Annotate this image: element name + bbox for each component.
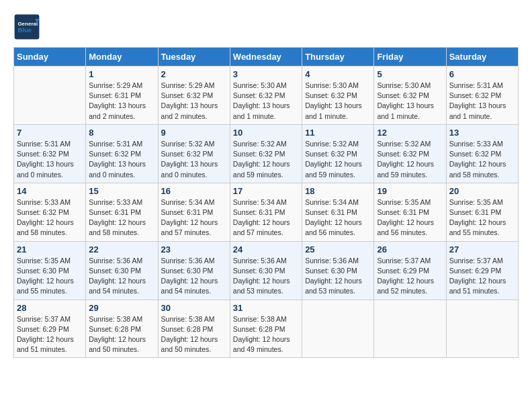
day-info: Sunrise: 5:32 AMSunset: 6:32 PMDaylight:…	[161, 139, 227, 180]
day-number: 22	[89, 244, 154, 255]
day-info: Sunrise: 5:38 AMSunset: 6:28 PMDaylight:…	[233, 314, 299, 355]
day-number: 19	[377, 186, 443, 196]
day-number: 3	[233, 69, 299, 79]
calendar-cell: 3Sunrise: 5:30 AMSunset: 6:32 PMDaylight…	[230, 66, 302, 125]
calendar-cell: 24Sunrise: 5:36 AMSunset: 6:30 PMDayligh…	[230, 241, 302, 300]
weekday-header-tuesday: Tuesday	[158, 48, 230, 66]
calendar-table: SundayMondayTuesdayWednesdayThursdayFrid…	[13, 47, 519, 358]
calendar-cell: 6Sunrise: 5:31 AMSunset: 6:32 PMDaylight…	[446, 66, 518, 125]
calendar-cell: 26Sunrise: 5:37 AMSunset: 6:29 PMDayligh…	[374, 241, 446, 300]
day-info: Sunrise: 5:30 AMSunset: 6:32 PMDaylight:…	[377, 81, 443, 122]
day-info: Sunrise: 5:36 AMSunset: 6:30 PMDaylight:…	[89, 256, 154, 297]
day-info: Sunrise: 5:32 AMSunset: 6:32 PMDaylight:…	[233, 139, 299, 180]
calendar-week-row: 28Sunrise: 5:37 AMSunset: 6:29 PMDayligh…	[14, 300, 519, 358]
calendar-cell: 5Sunrise: 5:30 AMSunset: 6:32 PMDaylight…	[374, 66, 446, 125]
day-number: 5	[377, 69, 443, 79]
day-number: 12	[377, 128, 443, 138]
day-info: Sunrise: 5:35 AMSunset: 6:31 PMDaylight:…	[449, 197, 515, 238]
calendar-cell: 9Sunrise: 5:32 AMSunset: 6:32 PMDaylight…	[158, 124, 230, 183]
calendar-cell	[302, 300, 374, 358]
calendar-cell: 1Sunrise: 5:29 AMSunset: 6:31 PMDaylight…	[86, 66, 158, 125]
day-info: Sunrise: 5:33 AMSunset: 6:32 PMDaylight:…	[449, 139, 515, 180]
calendar-cell: 29Sunrise: 5:38 AMSunset: 6:28 PMDayligh…	[86, 300, 158, 358]
day-number: 13	[449, 128, 515, 138]
day-info: Sunrise: 5:37 AMSunset: 6:29 PMDaylight:…	[17, 314, 83, 355]
day-info: Sunrise: 5:37 AMSunset: 6:29 PMDaylight:…	[377, 256, 443, 297]
calendar-cell: 17Sunrise: 5:34 AMSunset: 6:31 PMDayligh…	[230, 183, 302, 241]
day-number: 16	[161, 186, 227, 196]
day-number: 2	[161, 69, 227, 79]
calendar-cell: 8Sunrise: 5:31 AMSunset: 6:32 PMDaylight…	[86, 124, 158, 183]
weekday-header-monday: Monday	[86, 48, 158, 66]
day-number: 8	[89, 128, 154, 138]
calendar-cell: 15Sunrise: 5:33 AMSunset: 6:31 PMDayligh…	[86, 183, 158, 241]
calendar-cell: 27Sunrise: 5:37 AMSunset: 6:29 PMDayligh…	[446, 241, 518, 300]
calendar-cell: 13Sunrise: 5:33 AMSunset: 6:32 PMDayligh…	[446, 124, 518, 183]
calendar-cell: 7Sunrise: 5:31 AMSunset: 6:32 PMDaylight…	[14, 124, 86, 183]
day-info: Sunrise: 5:30 AMSunset: 6:32 PMDaylight:…	[305, 81, 371, 122]
day-number: 17	[233, 186, 299, 196]
day-info: Sunrise: 5:34 AMSunset: 6:31 PMDaylight:…	[161, 197, 227, 238]
day-number: 18	[305, 186, 371, 196]
calendar-cell: 31Sunrise: 5:38 AMSunset: 6:28 PMDayligh…	[230, 300, 302, 358]
day-number: 9	[161, 128, 227, 138]
calendar-cell: 18Sunrise: 5:34 AMSunset: 6:31 PMDayligh…	[302, 183, 374, 241]
day-number: 25	[305, 244, 371, 255]
day-info: Sunrise: 5:32 AMSunset: 6:32 PMDaylight:…	[377, 139, 443, 180]
calendar-cell: 23Sunrise: 5:36 AMSunset: 6:30 PMDayligh…	[158, 241, 230, 300]
day-info: Sunrise: 5:30 AMSunset: 6:32 PMDaylight:…	[233, 81, 299, 122]
day-number: 28	[17, 303, 83, 313]
calendar-cell	[14, 66, 86, 125]
weekday-header-thursday: Thursday	[302, 48, 374, 66]
calendar-cell: 14Sunrise: 5:33 AMSunset: 6:32 PMDayligh…	[14, 183, 86, 241]
calendar-cell: 16Sunrise: 5:34 AMSunset: 6:31 PMDayligh…	[158, 183, 230, 241]
calendar-cell: 30Sunrise: 5:38 AMSunset: 6:28 PMDayligh…	[158, 300, 230, 358]
calendar-cell	[446, 300, 518, 358]
calendar-cell: 20Sunrise: 5:35 AMSunset: 6:31 PMDayligh…	[446, 183, 518, 241]
day-number: 1	[89, 69, 154, 79]
calendar-cell: 2Sunrise: 5:29 AMSunset: 6:32 PMDaylight…	[158, 66, 230, 125]
day-info: Sunrise: 5:31 AMSunset: 6:32 PMDaylight:…	[449, 81, 515, 122]
header: General Blue	[13, 13, 519, 40]
logo-icon: General Blue	[13, 13, 40, 40]
day-number: 7	[17, 128, 83, 138]
svg-text:Blue: Blue	[17, 26, 32, 34]
day-number: 10	[233, 128, 299, 138]
day-number: 4	[305, 69, 371, 79]
day-info: Sunrise: 5:37 AMSunset: 6:29 PMDaylight:…	[449, 256, 515, 297]
calendar-week-row: 7Sunrise: 5:31 AMSunset: 6:32 PMDaylight…	[14, 124, 519, 183]
calendar-cell: 12Sunrise: 5:32 AMSunset: 6:32 PMDayligh…	[374, 124, 446, 183]
calendar-week-row: 1Sunrise: 5:29 AMSunset: 6:31 PMDaylight…	[14, 66, 519, 125]
day-number: 30	[161, 303, 227, 313]
day-number: 27	[449, 244, 515, 255]
day-number: 23	[161, 244, 227, 255]
day-number: 24	[233, 244, 299, 255]
weekday-header-friday: Friday	[374, 48, 446, 66]
calendar-cell: 25Sunrise: 5:36 AMSunset: 6:30 PMDayligh…	[302, 241, 374, 300]
day-number: 15	[89, 186, 154, 196]
day-info: Sunrise: 5:35 AMSunset: 6:31 PMDaylight:…	[377, 197, 443, 238]
day-info: Sunrise: 5:31 AMSunset: 6:32 PMDaylight:…	[17, 139, 83, 180]
day-number: 26	[377, 244, 443, 255]
calendar-week-row: 14Sunrise: 5:33 AMSunset: 6:32 PMDayligh…	[14, 183, 519, 241]
calendar-cell: 21Sunrise: 5:35 AMSunset: 6:30 PMDayligh…	[14, 241, 86, 300]
weekday-header-row: SundayMondayTuesdayWednesdayThursdayFrid…	[14, 48, 519, 66]
calendar-week-row: 21Sunrise: 5:35 AMSunset: 6:30 PMDayligh…	[14, 241, 519, 300]
logo: General Blue	[13, 13, 43, 40]
weekday-header-wednesday: Wednesday	[230, 48, 302, 66]
calendar-cell: 28Sunrise: 5:37 AMSunset: 6:29 PMDayligh…	[14, 300, 86, 358]
calendar-cell: 4Sunrise: 5:30 AMSunset: 6:32 PMDaylight…	[302, 66, 374, 125]
weekday-header-sunday: Sunday	[14, 48, 86, 66]
day-info: Sunrise: 5:34 AMSunset: 6:31 PMDaylight:…	[233, 197, 299, 238]
day-info: Sunrise: 5:36 AMSunset: 6:30 PMDaylight:…	[161, 256, 227, 297]
day-info: Sunrise: 5:32 AMSunset: 6:32 PMDaylight:…	[305, 139, 371, 180]
calendar-cell: 19Sunrise: 5:35 AMSunset: 6:31 PMDayligh…	[374, 183, 446, 241]
day-number: 31	[233, 303, 299, 313]
day-info: Sunrise: 5:33 AMSunset: 6:32 PMDaylight:…	[17, 197, 83, 238]
day-number: 6	[449, 69, 515, 79]
day-info: Sunrise: 5:36 AMSunset: 6:30 PMDaylight:…	[233, 256, 299, 297]
day-number: 21	[17, 244, 83, 255]
day-info: Sunrise: 5:34 AMSunset: 6:31 PMDaylight:…	[305, 197, 371, 238]
day-number: 11	[305, 128, 371, 138]
day-info: Sunrise: 5:36 AMSunset: 6:30 PMDaylight:…	[305, 256, 371, 297]
